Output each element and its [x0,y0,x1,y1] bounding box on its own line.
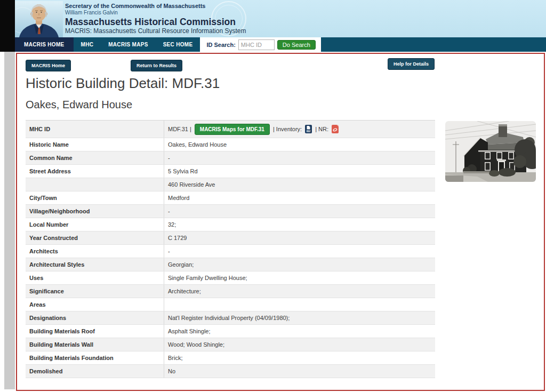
table-row: Local Number32; [26,218,435,231]
table-row-mhc-id: MHC ID MDF.31 | MACRIS Maps for MDF.31 |… [26,121,435,138]
row-label: City/Town [26,191,164,204]
id-search-area: ID Search: Do Search [200,37,320,52]
building-name: Oakes, Edward House [26,99,132,111]
table-row: Street Address5 Sylvia Rd [26,165,435,178]
row-label: Common Name [26,151,164,164]
row-label: Architectural Styles [26,258,164,271]
row-value: Wood; Wood Shingle; [164,338,435,351]
return-to-results-button[interactable]: Return to Results [131,60,182,71]
macris-maps-button[interactable]: MACRIS Maps for MDF.31 [195,124,270,135]
banner-text: Secretary of the Commonwealth of Massach… [65,3,246,35]
content-frame: MACRIS Home Return to Results Help for D… [16,53,545,391]
row-value: 460 Riverside Ave [164,178,435,191]
nav-item-sec-home[interactable]: SEC HOME [156,37,200,52]
table-row: SignificanceArchitecture; [26,285,435,298]
row-value: - [164,151,435,164]
inventory-label: | Inventory: [273,126,302,132]
row-label: Year Constructed [26,231,164,244]
secretary-name: William Francis Galvin [65,10,246,15]
do-search-button[interactable]: Do Search [277,40,316,50]
table-row: DesignationsNat'l Register Individual Pr… [26,311,435,325]
table-row: Historic NameOakes, Edward House [26,138,435,151]
table-row: Building Materials FoundationBrick; [26,351,435,365]
table-row: Year ConstructedC 1729 [26,231,435,245]
row-label: Significance [26,285,164,298]
svg-text:INV: INV [307,130,311,133]
nav-item-macris-home[interactable]: MACRIS HOME [15,37,74,52]
row-label: Building Materials Foundation [26,351,164,364]
row-value: Medford [164,191,435,204]
secretary-portrait [15,1,63,37]
row-value: - [164,205,435,218]
row-value: 32; [164,218,435,231]
row-label: MHC ID [26,121,164,138]
row-label: Local Number [26,218,164,231]
table-row: Common Name- [26,151,435,165]
nav-filler [321,37,546,52]
row-value: Nat'l Register Individual Property (04/0… [164,311,435,324]
table-row: UsesSingle Family Dwelling House; [26,271,435,285]
row-label: Architects [26,245,164,258]
main-nav: MACRIS HOMEMHCMACRIS MAPSSEC HOME ID Sea… [15,37,546,52]
table-row: Areas [26,298,435,311]
mhc-id-input[interactable] [238,39,275,50]
mhc-id-value: MDF.31 | [168,126,191,132]
page-title: Historic Building Detail: MDF.31 [26,75,220,92]
id-search-label: ID Search: [206,42,235,48]
secretary-portrait-image [15,1,63,37]
row-value [164,298,435,311]
row-value: - [164,245,435,258]
inventory-pdf-icon[interactable]: INV [305,125,312,133]
row-value: Brick; [164,351,435,364]
macris-home-button[interactable]: MACRIS Home [26,60,71,71]
row-value: Oakes, Edward House [164,138,435,151]
row-label: Street Address [26,165,164,178]
row-value: Asphalt Shingle; [164,325,435,338]
nr-pdf-icon[interactable] [332,125,339,133]
secretary-line: Secretary of the Commonwealth of Massach… [65,3,246,9]
banner-left-black [0,0,15,52]
site-banner: Secretary of the Commonwealth of Massach… [15,0,546,37]
building-photo-image [445,121,536,182]
table-row: Architectural StylesGeorgian; [26,258,435,271]
table-row: City/TownMedford [26,191,435,205]
nr-label: | NR: [315,126,328,132]
table-row: Village/Neighborhood- [26,205,435,218]
row-label: Building Materials Wall [26,338,164,351]
row-label [26,178,164,191]
row-label: Areas [26,298,164,311]
detail-table: MHC ID MDF.31 | MACRIS Maps for MDF.31 |… [26,120,435,378]
help-for-details-button[interactable]: Help for Details [388,58,435,70]
row-value: C 1729 [164,231,435,244]
building-photo [445,121,536,182]
nav-item-macris-maps[interactable]: MACRIS MAPS [101,37,155,52]
row-label: Village/Neighborhood [26,205,164,218]
row-value: Georgian; [164,258,435,271]
nav-items: MACRIS HOMEMHCMACRIS MAPSSEC HOME [15,37,200,52]
row-label: Uses [26,271,164,284]
row-label: Designations [26,311,164,324]
table-row: 460 Riverside Ave [26,178,435,191]
table-row: DemolishedNo [26,365,435,378]
row-value: Architecture; [164,285,435,298]
row-value: No [164,365,435,378]
nav-item-mhc[interactable]: MHC [74,37,101,52]
row-value: Single Family Dwelling House; [164,271,435,284]
commission-title: Massachusetts Historical Commission [65,17,246,28]
detail-rows: Historic NameOakes, Edward HouseCommon N… [26,138,435,378]
table-row: Building Materials WallWood; Wood Shingl… [26,338,435,351]
page-left-margin [4,52,15,389]
row-label: Historic Name [26,138,164,151]
row-value: MDF.31 | MACRIS Maps for MDF.31 | Invent… [164,121,435,138]
row-value: 5 Sylvia Rd [164,165,435,178]
table-row: Building Materials RoofAsphalt Shingle; [26,325,435,338]
row-label: Building Materials Roof [26,325,164,338]
row-label: Demolished [26,365,164,378]
table-row: Architects- [26,245,435,258]
macris-subtitle: MACRIS: Massachusetts Cultural Resource … [65,28,246,35]
